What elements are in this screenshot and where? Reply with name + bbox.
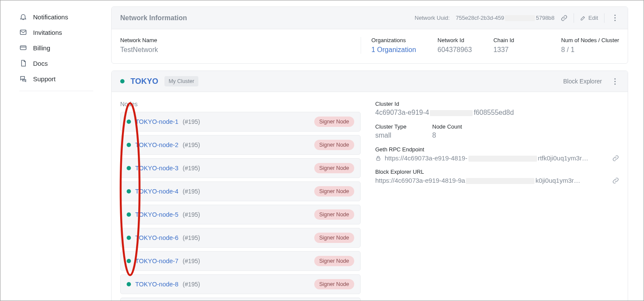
status-dot-icon <box>127 259 131 263</box>
node-id: (#195) <box>182 118 200 125</box>
organizations-label: Organizations <box>371 37 416 43</box>
node-name-link[interactable]: TOKYO-node-2 <box>135 141 178 148</box>
network-uuid-value: 755e28cf-2b3d-4595798b8 <box>456 15 554 22</box>
rpc-endpoint-value: https://4c69073a-e919-4819-rtfk0ji0uq1ym… <box>385 154 591 162</box>
cluster-type-value: small <box>375 132 407 139</box>
node-count-value: 8 <box>432 132 462 139</box>
signer-badge: Signer Node <box>314 233 355 243</box>
explorer-url-label: Block Explorer URL <box>375 169 619 175</box>
status-dot-icon <box>127 143 131 147</box>
network-info-header: Network Information Network Uuid: 755e28… <box>112 7 628 29</box>
network-info-title: Network Information <box>120 14 187 22</box>
node-name-link[interactable]: TOKYO-node-8 <box>135 281 178 288</box>
nodes-count-value: 8 / 1 <box>561 46 619 54</box>
node-row[interactable]: TOKYO-node-8(#195)Signer Node <box>120 274 361 294</box>
signer-badge: Signer Node <box>314 256 355 266</box>
signer-badge: Signer Node <box>314 163 355 173</box>
node-count-label: Node Count <box>432 123 462 130</box>
sidebar-item-label: Notifications <box>33 13 68 21</box>
copy-rpc-icon[interactable] <box>612 155 619 162</box>
sidebar-item-support[interactable]: Support <box>19 71 93 86</box>
node-row[interactable]: TOKYO-node-7(#195)Signer Node <box>120 251 361 271</box>
network-id-value: 604378963 <box>437 46 472 54</box>
edit-button[interactable]: Edit <box>580 15 598 21</box>
rpc-endpoint-label: Geth RPC Endpoint <box>375 146 619 153</box>
cluster-id-value: 4c69073a-e919-4f608555ed8d <box>375 109 619 117</box>
status-dot-icon <box>127 212 131 217</box>
cluster-status-dot <box>120 79 125 83</box>
network-info-card: Network Information Network Uuid: 755e28… <box>111 6 628 64</box>
node-id: (#195) <box>182 188 200 195</box>
signer-badge: Signer Node <box>314 117 355 127</box>
cluster-type-label: Cluster Type <box>375 123 407 130</box>
explorer-url-value: https://4c69073a-e919-4819-9ak0ji0uq1ym3… <box>375 177 581 184</box>
cluster-id-label: Cluster Id <box>375 101 619 107</box>
nodes-count-label: Num of Nodes / Cluster <box>561 37 619 43</box>
node-row[interactable]: TOKYO-node-3(#195)Signer Node <box>120 158 361 178</box>
block-explorer-link[interactable]: Block Explorer <box>563 78 602 85</box>
more-menu-icon[interactable] <box>611 13 619 23</box>
status-dot-icon <box>127 166 131 170</box>
sidebar-item-label: Support <box>33 75 56 83</box>
network-uuid-label: Network Uuid: <box>415 15 450 21</box>
node-id: (#195) <box>182 258 200 264</box>
node-id: (#195) <box>182 141 200 148</box>
chain-id-label: Chain Id <box>493 37 514 43</box>
node-row[interactable]: TOKYO-node-6(#195)Signer Node <box>120 228 361 248</box>
main-content: Network Information Network Uuid: 755e28… <box>106 0 644 301</box>
network-id-label: Network Id <box>437 37 472 43</box>
node-row[interactable]: TOKYO-node-2(#195)Signer Node <box>120 135 361 155</box>
node-name-link[interactable]: TOKYO-node-5 <box>135 211 178 218</box>
node-name-link[interactable]: TOKYO-node-7 <box>135 258 178 264</box>
sidebar-item-label: Billing <box>33 44 50 52</box>
signer-badge: Signer Node <box>314 186 355 197</box>
doc-icon <box>19 59 27 67</box>
status-dot-icon <box>127 236 131 240</box>
svg-rect-2 <box>377 158 380 160</box>
node-name-link[interactable]: TOKYO-node-4 <box>135 188 178 195</box>
node-name-link[interactable]: TOKYO-node-3 <box>135 165 178 172</box>
mail-icon <box>19 28 27 36</box>
node-id: (#195) <box>182 165 200 172</box>
signer-badge: Signer Node <box>314 279 355 289</box>
cluster-details: Cluster Id 4c69073a-e919-4f608555ed8d Cl… <box>361 101 619 301</box>
nodes-title: Nodes <box>120 101 361 108</box>
block-explorer-row[interactable]: Block Explorer <box>120 298 361 301</box>
card-icon <box>19 44 27 52</box>
cluster-header: TOKYO My Cluster Block Explorer <box>112 71 628 92</box>
svg-rect-1 <box>20 46 26 50</box>
sidebar-item-invitations[interactable]: Invitations <box>19 25 93 40</box>
sidebar-item-label: Invitations <box>33 29 62 36</box>
node-id: (#195) <box>182 234 200 241</box>
node-row[interactable]: TOKYO-node-5(#195)Signer Node <box>120 205 361 224</box>
network-name-value: TestNetwork <box>120 46 339 54</box>
sidebar-item-label: Docs <box>33 60 48 67</box>
node-row[interactable]: TOKYO-node-4(#195)Signer Node <box>120 181 361 201</box>
node-row[interactable]: TOKYO-node-1(#195)Signer Node <box>120 112 361 132</box>
status-dot-icon <box>127 189 131 194</box>
cluster-card: TOKYO My Cluster Block Explorer Nodes TO… <box>111 71 628 301</box>
nodes-column: Nodes TOKYO-node-1(#195)Signer NodeTOKYO… <box>120 101 361 301</box>
chat-icon <box>19 75 27 83</box>
organizations-value[interactable]: 1 Organization <box>371 46 416 54</box>
network-name-label: Network Name <box>120 37 339 43</box>
bell-icon <box>19 13 27 21</box>
sidebar-item-docs[interactable]: Docs <box>19 55 93 71</box>
cluster-more-menu-icon[interactable] <box>611 77 619 86</box>
my-cluster-badge: My Cluster <box>164 76 199 86</box>
sidebar-item-billing[interactable]: Billing <box>19 40 93 55</box>
node-id: (#195) <box>182 211 200 218</box>
signer-badge: Signer Node <box>314 140 355 150</box>
lock-icon <box>375 155 381 161</box>
node-id: (#195) <box>182 281 200 288</box>
node-name-link[interactable]: TOKYO-node-1 <box>135 118 178 125</box>
copy-explorer-url-icon[interactable] <box>612 177 619 184</box>
status-dot-icon <box>127 120 131 124</box>
node-name-link[interactable]: TOKYO-node-6 <box>135 234 178 241</box>
sidebar-item-notifications[interactable]: Notifications <box>19 9 93 25</box>
copy-uuid-icon[interactable] <box>561 15 568 22</box>
cluster-name[interactable]: TOKYO <box>131 77 158 86</box>
status-dot-icon <box>127 282 131 286</box>
chain-id-value: 1337 <box>493 46 514 54</box>
signer-badge: Signer Node <box>314 209 355 220</box>
